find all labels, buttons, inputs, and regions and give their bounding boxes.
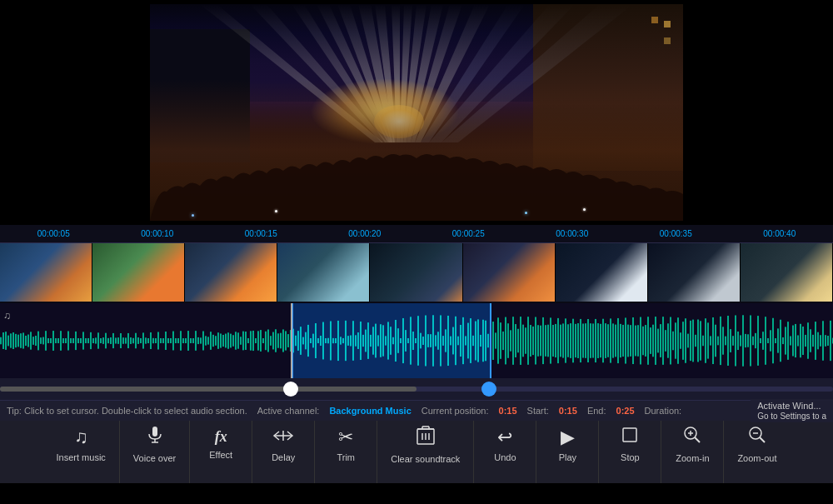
video-thumb-3[interactable] xyxy=(185,243,277,303)
active-channel-value: Background Music xyxy=(329,406,411,416)
active-channel-label: Active channel: xyxy=(257,406,320,416)
ruler-tick-8: 00:00:40 xyxy=(728,229,832,238)
video-thumb-5[interactable] xyxy=(370,243,462,303)
ruler-tick-5: 00:00:25 xyxy=(416,229,521,238)
ruler-tick-3: 00:00:15 xyxy=(209,229,313,238)
video-strip xyxy=(0,243,833,303)
ruler-tick-4: 00:00:20 xyxy=(313,229,417,238)
current-position-label: Current position: xyxy=(421,406,489,416)
audio-track-icon: ♫ xyxy=(3,310,11,322)
video-thumb-4[interactable] xyxy=(277,243,370,303)
time-ruler[interactable]: 00:00:05 00:00:10 00:00:15 00:00:20 00:0… xyxy=(0,225,833,243)
playhead-white[interactable] xyxy=(283,382,298,397)
waveform-canvas xyxy=(0,303,833,378)
ruler-tick-2: 00:00:10 xyxy=(106,229,210,238)
audio-track[interactable]: ♫ xyxy=(0,303,833,378)
playhead-line xyxy=(291,303,292,378)
start-value: 0:15 xyxy=(559,406,577,416)
video-thumb-7[interactable] xyxy=(556,243,648,303)
ruler-tick-1: 00:00:05 xyxy=(2,229,106,238)
ruler-tick-6: 00:00:30 xyxy=(521,229,625,238)
timeline-area: 00:00:05 00:00:10 00:00:15 00:00:20 00:0… xyxy=(0,225,833,404)
duration-label: Duration: xyxy=(645,406,682,416)
tip-text: Tip: Click to set cursor. Double-click t… xyxy=(7,406,247,416)
end-label: End: xyxy=(587,406,606,416)
video-preview xyxy=(0,0,833,225)
video-thumb-1[interactable] xyxy=(0,243,92,303)
video-thumb-8[interactable] xyxy=(648,243,741,303)
current-position-value: 0:15 xyxy=(499,406,517,416)
start-label: Start: xyxy=(527,406,549,416)
playhead-track[interactable] xyxy=(0,378,833,400)
end-value: 0:25 xyxy=(616,406,635,416)
concert-scene xyxy=(150,4,683,221)
activate-windows-notice: Activate Wind... Go to Settings to a xyxy=(751,399,833,422)
ruler-tick-7: 00:00:35 xyxy=(624,229,728,238)
timeline-wrapper: ♫ Tip: Click to set cursor. Double-click… xyxy=(0,303,833,464)
status-bar: Tip: Click to set cursor. Double-click t… xyxy=(0,400,833,421)
video-thumb-9[interactable] xyxy=(741,243,833,303)
video-thumb-2[interactable] xyxy=(92,243,185,303)
video-thumb-6[interactable] xyxy=(463,243,556,303)
playhead-blue[interactable] xyxy=(481,382,496,397)
